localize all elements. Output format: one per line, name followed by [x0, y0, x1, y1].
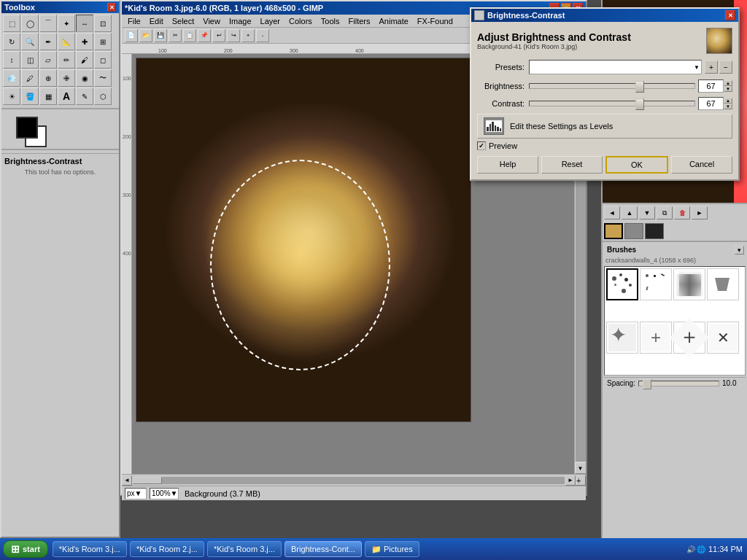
tool-airbrush[interactable]: 💨	[3, 69, 20, 87]
reset-button[interactable]: Reset	[541, 156, 603, 174]
taskbar-item-2[interactable]: *Kid's Room 3.j...	[207, 541, 282, 557]
tool-fuzzy-select[interactable]: ✦	[58, 15, 75, 32]
tool-clone[interactable]: ⊕	[39, 69, 57, 87]
menu-fx[interactable]: FX-Found	[414, 16, 456, 26]
scroll-track-h[interactable]	[133, 477, 565, 484]
tool-perspective[interactable]: ▱	[39, 51, 57, 69]
brush-item-8[interactable]: ✕	[707, 322, 739, 354]
panel-up-button[interactable]: ▲	[622, 206, 638, 219]
brush-item-1[interactable]	[606, 268, 638, 300]
tool-dodge[interactable]: ☀	[3, 88, 20, 105]
contrast-spin-down[interactable]: ▼	[724, 104, 732, 109]
brightness-track[interactable]	[529, 83, 695, 89]
tool-smudge[interactable]: 〜	[94, 69, 112, 87]
menu-colors[interactable]: Colors	[286, 16, 315, 26]
tool-free-select[interactable]: ⌒	[39, 15, 57, 32]
preset-add-button[interactable]: +	[705, 61, 718, 74]
brushes-collapse-button[interactable]: ▾	[735, 246, 744, 254]
scroll-down-arrow[interactable]: ▼	[575, 462, 587, 474]
layer-thumb-3[interactable]	[645, 223, 664, 239]
cancel-button[interactable]: Cancel	[671, 156, 732, 174]
menu-view[interactable]: View	[200, 16, 223, 26]
preview-checkbox[interactable]: ✓	[477, 141, 486, 150]
tool-eraser[interactable]: ◻	[94, 51, 112, 69]
tool-text[interactable]: A	[58, 88, 75, 105]
tool-rotate[interactable]: ↻	[3, 33, 20, 50]
brightness-spin-down[interactable]: ▼	[724, 86, 732, 92]
brush-item-6[interactable]: +	[640, 322, 672, 354]
bc-dialog-close-button[interactable]: ✕	[725, 10, 735, 20]
tool-ink[interactable]: 🖊	[21, 69, 39, 87]
levels-button[interactable]: Edit these Settings as Levels	[477, 114, 732, 139]
menu-file[interactable]: File	[125, 16, 144, 26]
tb-redo[interactable]: ↪	[227, 29, 240, 42]
tool-align[interactable]: ⊞	[94, 33, 112, 50]
menu-tools[interactable]: Tools	[318, 16, 343, 26]
tool-heal[interactable]: ✙	[58, 69, 75, 87]
contrast-spin-up[interactable]: ▲	[724, 98, 732, 104]
units-dropdown[interactable]: px▼	[125, 488, 147, 499]
tool-bucket-fill[interactable]: 🪣	[21, 88, 39, 105]
ok-button[interactable]: OK	[605, 156, 668, 174]
tb-new[interactable]: 📄	[125, 29, 138, 42]
panel-down-button[interactable]: ▼	[639, 206, 655, 219]
tool-path[interactable]: ✎	[76, 88, 93, 105]
zoom-dropdown[interactable]: 100%▼	[150, 488, 179, 499]
panel-prev-button[interactable]: ◄	[604, 206, 620, 219]
horizontal-scrollbar[interactable]: ◄ ► +	[122, 474, 586, 486]
menu-animate[interactable]: Animate	[376, 16, 411, 26]
tool-vector[interactable]: ⬡	[94, 88, 112, 105]
foreground-color[interactable]	[16, 117, 38, 139]
taskbar-item-0[interactable]: *Kid's Room 3.j...	[53, 541, 127, 557]
tool-rect-select[interactable]: ⬚	[3, 15, 20, 32]
tb-zoom-in[interactable]: +	[241, 29, 255, 42]
spacing-track[interactable]	[638, 381, 719, 386]
presets-dropdown[interactable]: ▼	[529, 60, 702, 74]
brush-item-5[interactable]: ✦	[606, 322, 638, 354]
menu-filters[interactable]: Filters	[346, 16, 374, 26]
brush-item-2[interactable]	[640, 268, 672, 300]
taskbar-item-1[interactable]: *Kid's Room 2.j...	[130, 541, 204, 557]
brush-item-3[interactable]	[673, 268, 705, 300]
tb-cut[interactable]: ✂	[169, 29, 182, 42]
tool-ellipse-select[interactable]: ◯	[21, 15, 39, 32]
tool-shear[interactable]: ◫	[21, 51, 39, 69]
menu-edit[interactable]: Edit	[147, 16, 166, 26]
menu-select[interactable]: Select	[169, 16, 198, 26]
panel-next-button[interactable]: ►	[692, 206, 708, 219]
brightness-spin-up[interactable]: ▲	[724, 80, 732, 86]
contrast-value[interactable]: 67	[698, 97, 724, 110]
tool-pencil[interactable]: ✏	[58, 51, 75, 69]
scroll-right-arrow[interactable]: ►	[565, 475, 576, 486]
brush-item-7[interactable]: ✕	[673, 322, 705, 354]
scroll-thumb-h[interactable]	[133, 477, 162, 484]
tool-zoom[interactable]: 🔍	[21, 33, 39, 50]
contrast-track[interactable]	[529, 101, 695, 106]
taskbar-item-4[interactable]: 📁 Pictures	[365, 541, 419, 557]
tb-save[interactable]: 💾	[154, 29, 167, 42]
help-button[interactable]: Help	[477, 156, 538, 174]
brush-item-4[interactable]	[707, 268, 739, 300]
menu-image[interactable]: Image	[226, 16, 255, 26]
tb-undo[interactable]: ↩	[212, 29, 225, 42]
brightness-thumb[interactable]	[635, 81, 644, 93]
tool-blend[interactable]: ▦	[39, 88, 57, 105]
tb-open[interactable]: 📂	[139, 29, 152, 42]
preset-remove-button[interactable]: −	[719, 61, 732, 74]
brightness-value[interactable]: 67	[698, 79, 724, 93]
tool-paintbrush[interactable]: 🖌	[76, 51, 93, 69]
scroll-left-arrow[interactable]: ◄	[122, 475, 132, 486]
toolbox-close-button[interactable]: ✕	[107, 3, 116, 12]
spacing-thumb[interactable]	[643, 379, 651, 389]
tb-zoom-out[interactable]: -	[256, 29, 269, 42]
layer-thumb-1[interactable]	[604, 223, 623, 239]
tool-transform[interactable]: ↔	[76, 15, 93, 32]
tool-measure[interactable]: 📐	[58, 33, 75, 50]
tool-color-picker[interactable]: ✒	[39, 33, 57, 50]
tb-copy[interactable]: 📋	[183, 29, 196, 42]
tool-crop[interactable]: ⊡	[94, 15, 112, 32]
tool-blur[interactable]: ◉	[76, 69, 93, 87]
canvas-image[interactable]	[136, 58, 471, 422]
tool-move[interactable]: ✚	[76, 33, 93, 50]
menu-layer[interactable]: Layer	[258, 16, 284, 26]
